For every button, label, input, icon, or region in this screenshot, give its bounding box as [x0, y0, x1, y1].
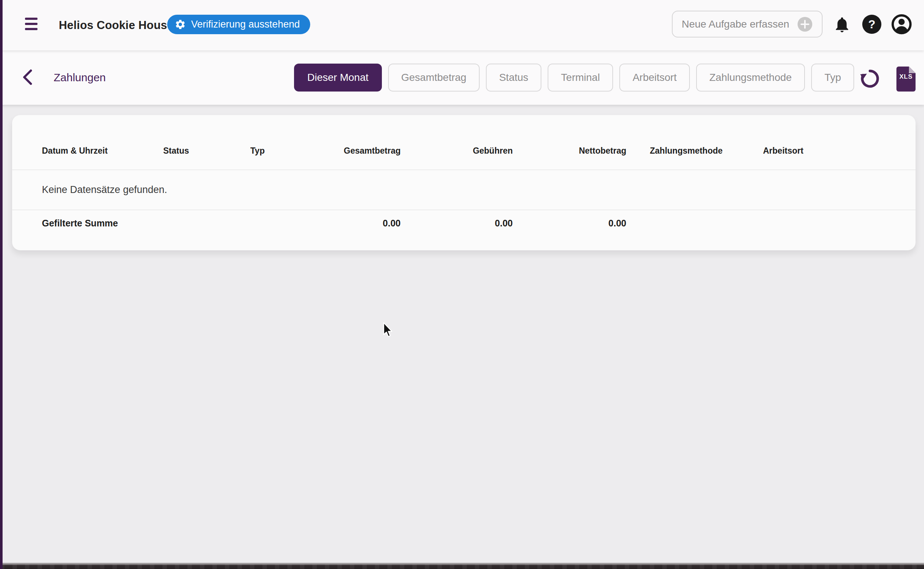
- new-task-button-label: Neue Aufgabe erfassen: [682, 18, 789, 30]
- col-header-datum-uhrzeit: Datum & Uhrzeit: [42, 146, 163, 156]
- new-task-button[interactable]: Neue Aufgabe erfassen: [672, 11, 822, 38]
- col-header-nettobetrag: Nettobetrag: [513, 146, 626, 156]
- mouse-cursor: [382, 322, 395, 339]
- left-accent-strip: [0, 0, 3, 569]
- hamburger-menu-button[interactable]: [25, 18, 39, 30]
- table-header-row: Datum & Uhrzeit Status Typ Gesamtbetrag …: [12, 115, 916, 170]
- help-button[interactable]: ?: [862, 15, 881, 34]
- col-header-status: Status: [163, 146, 250, 156]
- filter-gesamtbetrag[interactable]: Gesamtbetrag: [388, 64, 480, 91]
- footer-label: Gefilterte Summe: [42, 218, 163, 229]
- footer-gesamtbetrag-value: 0.00: [287, 218, 401, 229]
- verification-badge-label: Verifizierung ausstehend: [191, 19, 300, 30]
- refresh-icon: [859, 68, 881, 90]
- app-screen: Helios Cookie House Verifizierung ausste…: [0, 0, 924, 569]
- filter-status[interactable]: Status: [486, 64, 541, 91]
- col-header-gebuehren: Gebühren: [401, 146, 513, 156]
- bottom-taskbar-strip: [0, 563, 924, 569]
- filter-terminal[interactable]: Terminal: [548, 64, 613, 91]
- filter-typ[interactable]: Typ: [811, 64, 854, 91]
- user-avatar-button[interactable]: [891, 14, 912, 35]
- verification-status-badge[interactable]: Verifizierung ausstehend: [167, 15, 310, 34]
- export-xls-button[interactable]: XLS: [897, 67, 916, 91]
- filter-dieser-monat[interactable]: Dieser Monat: [294, 64, 382, 91]
- col-header-typ: Typ: [250, 146, 287, 156]
- footer-nettobetrag-value: 0.00: [513, 218, 626, 229]
- empty-state-message: Keine Datensätze gefunden.: [12, 170, 916, 210]
- gear-icon: [175, 19, 186, 30]
- col-header-gesamtbetrag: Gesamtbetrag: [287, 146, 401, 156]
- filter-arbeitsort[interactable]: Arbeitsort: [619, 64, 690, 91]
- page-title: Zahlungen: [54, 50, 106, 105]
- back-button[interactable]: [21, 69, 34, 86]
- question-mark-icon: ?: [868, 18, 875, 30]
- page-toolbar: Zahlungen Dieser Monat Gesamtbetrag Stat…: [0, 50, 924, 105]
- chevron-left-icon: [21, 69, 34, 86]
- avatar-icon: [891, 14, 912, 35]
- plus-icon: [797, 17, 813, 32]
- payments-table-card: Datum & Uhrzeit Status Typ Gesamtbetrag …: [12, 115, 916, 250]
- refresh-button[interactable]: [859, 68, 881, 90]
- filter-bar: Dieser Monat Gesamtbetrag Status Termina…: [294, 64, 854, 91]
- top-app-bar: Helios Cookie House Verifizierung ausste…: [0, 0, 924, 50]
- company-name: Helios Cookie House: [59, 0, 173, 50]
- footer-gebuehren-value: 0.00: [401, 218, 513, 229]
- table-footer-row: Gefilterte Summe 0.00 0.00 0.00: [12, 210, 916, 250]
- filter-zahlungsmethode[interactable]: Zahlungsmethode: [696, 64, 805, 91]
- col-header-zahlungsmethode: Zahlungsmethode: [626, 146, 763, 156]
- hamburger-icon: [25, 18, 38, 20]
- notifications-button[interactable]: [833, 15, 851, 35]
- bell-icon: [833, 15, 851, 35]
- col-header-arbeitsort: Arbeitsort: [763, 146, 916, 156]
